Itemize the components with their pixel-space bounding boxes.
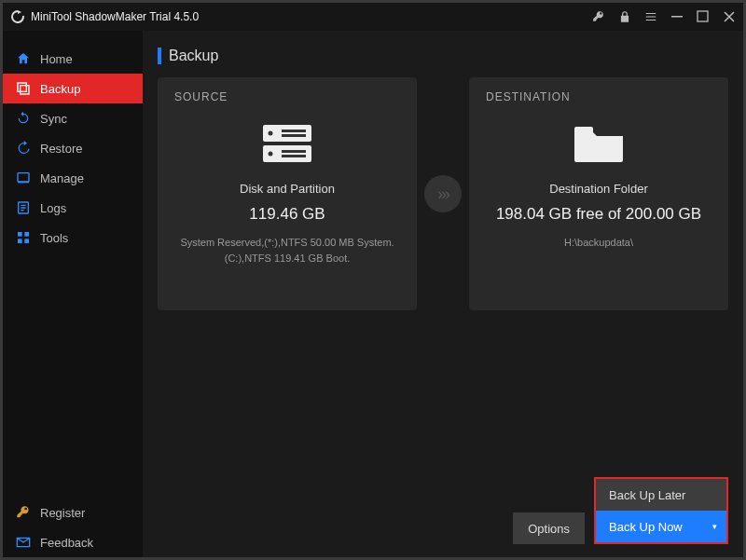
arrow-between: ››› xyxy=(417,77,469,310)
sidebar-item-label: Logs xyxy=(40,201,66,215)
tools-icon xyxy=(16,230,31,245)
source-details: System Reserved,(*:),NTFS 50.00 MB Syste… xyxy=(174,235,400,266)
sidebar-item-backup[interactable]: Backup xyxy=(3,74,143,103)
bottom-bar: Options Back Up Later Back Up Now ▾ xyxy=(513,477,728,544)
svg-rect-10 xyxy=(24,239,29,243)
close-button[interactable] xyxy=(723,10,736,23)
lock-icon[interactable] xyxy=(618,10,631,23)
svg-rect-18 xyxy=(282,155,306,157)
sidebar-item-tools[interactable]: Tools xyxy=(3,223,143,253)
svg-rect-9 xyxy=(18,239,22,243)
cards-row: SOURCE Disk and Partit xyxy=(158,77,728,310)
folder-icon xyxy=(569,118,629,169)
disk-icon xyxy=(257,118,317,169)
app-logo-icon xyxy=(10,9,25,24)
maximize-button[interactable] xyxy=(697,10,710,23)
svg-rect-15 xyxy=(282,134,306,137)
sidebar-item-label: Restore xyxy=(40,142,83,156)
svg-rect-8 xyxy=(24,232,29,237)
backup-dropdown: Back Up Later Back Up Now ▾ xyxy=(594,477,728,544)
source-card[interactable]: SOURCE Disk and Partit xyxy=(158,77,417,310)
restore-icon xyxy=(16,141,31,156)
manage-icon xyxy=(16,171,31,185)
source-title: SOURCE xyxy=(174,90,228,103)
page-heading: Backup xyxy=(158,48,728,64)
main-panel: Backup SOURCE xyxy=(143,31,743,557)
heading-accent-bar xyxy=(158,48,161,64)
caret-down-icon: ▾ xyxy=(712,522,717,531)
sidebar-item-label: Manage xyxy=(40,171,84,185)
svg-point-13 xyxy=(269,131,273,136)
sidebar-item-label: Feedback xyxy=(40,536,93,550)
svg-rect-1 xyxy=(698,11,708,21)
minimize-button[interactable] xyxy=(670,10,684,23)
options-button[interactable]: Options xyxy=(513,512,585,544)
destination-title: DESTINATION xyxy=(486,90,571,103)
sidebar-item-label: Register xyxy=(40,506,85,520)
sidebar-item-logs[interactable]: Logs xyxy=(3,193,143,223)
svg-rect-3 xyxy=(21,86,29,94)
sidebar-item-restore[interactable]: Restore xyxy=(3,133,143,163)
svg-rect-0 xyxy=(671,16,683,18)
key-icon xyxy=(16,505,31,520)
destination-type: Destination Folder xyxy=(549,182,648,196)
app-window: MiniTool ShadowMaker Trial 4.5.0 xyxy=(0,0,746,560)
sidebar-item-label: Backup xyxy=(40,82,80,96)
backup-icon xyxy=(16,81,31,96)
sidebar-item-feedback[interactable]: Feedback xyxy=(3,527,143,557)
logs-icon xyxy=(16,200,31,215)
source-size: 119.46 GB xyxy=(249,205,325,224)
svg-rect-7 xyxy=(18,232,22,237)
destination-size: 198.04 GB free of 200.00 GB xyxy=(496,205,701,224)
titlebar: MiniTool ShadowMaker Trial 4.5.0 xyxy=(3,3,743,31)
sidebar: Home Backup Sync Restore Manage Logs xyxy=(3,31,143,557)
sidebar-item-sync[interactable]: Sync xyxy=(3,103,143,133)
svg-rect-2 xyxy=(18,83,26,91)
sidebar-item-label: Sync xyxy=(40,112,67,126)
home-icon xyxy=(16,51,31,66)
source-type: Disk and Partition xyxy=(240,182,335,196)
key-icon[interactable] xyxy=(592,10,605,23)
svg-rect-4 xyxy=(18,173,29,182)
svg-rect-14 xyxy=(282,130,306,132)
app-title: MiniTool ShadowMaker Trial 4.5.0 xyxy=(31,10,199,23)
menu-icon[interactable] xyxy=(644,10,657,23)
destination-card[interactable]: DESTINATION Destination Folder 198.04 GB… xyxy=(469,77,728,310)
page-title: Backup xyxy=(169,48,218,64)
sidebar-item-register[interactable]: Register xyxy=(3,498,143,527)
chevrons-right-icon: ››› xyxy=(424,175,462,212)
sidebar-item-manage[interactable]: Manage xyxy=(3,163,143,193)
mail-icon xyxy=(16,535,31,550)
destination-path: H:\backupdata\ xyxy=(564,235,633,251)
sidebar-item-label: Home xyxy=(40,52,73,66)
svg-rect-5 xyxy=(18,182,29,183)
svg-rect-17 xyxy=(282,150,306,153)
svg-rect-19 xyxy=(574,127,593,134)
sync-icon xyxy=(16,111,31,126)
svg-point-16 xyxy=(269,152,273,157)
sidebar-item-label: Tools xyxy=(40,231,68,245)
backup-later-button[interactable]: Back Up Later xyxy=(596,479,726,511)
backup-now-button[interactable]: Back Up Now ▾ xyxy=(596,511,726,542)
sidebar-item-home[interactable]: Home xyxy=(3,44,143,74)
backup-now-label: Back Up Now xyxy=(609,520,683,534)
